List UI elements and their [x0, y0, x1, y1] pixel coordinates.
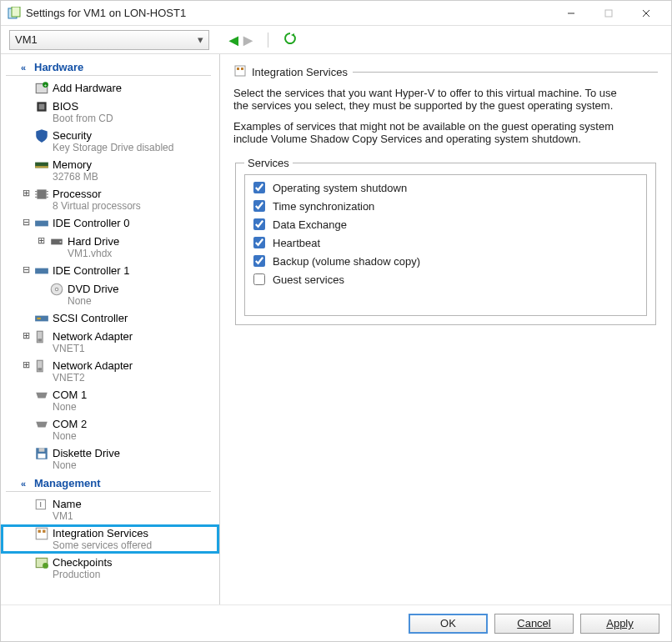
- svg-rect-13: [35, 166, 48, 168]
- serial-port-icon: [34, 418, 49, 431]
- tree-hard-drive[interactable]: ⊞ Hard DriveVM1.vhdx: [1, 233, 219, 262]
- services-legend: Services: [244, 157, 293, 169]
- service-checkbox[interactable]: [253, 182, 265, 193]
- service-checkbox[interactable]: [253, 218, 265, 230]
- add-hardware-icon: +: [34, 82, 49, 95]
- checkpoint-icon: [34, 556, 49, 569]
- tag-icon: I: [34, 498, 49, 511]
- close-button[interactable]: [627, 2, 664, 25]
- tree-add-hardware[interactable]: + Add Hardware: [1, 79, 219, 98]
- svg-point-26: [55, 288, 58, 290]
- services-icon: [34, 527, 49, 540]
- expand-icon[interactable]: ⊞: [21, 330, 31, 341]
- tree-name[interactable]: I NameVM1: [1, 495, 219, 524]
- details-panel: Integration Services Select the services…: [220, 54, 671, 604]
- disc-icon: [49, 283, 64, 296]
- toolbar-divider: [268, 33, 268, 48]
- svg-rect-38: [36, 528, 48, 539]
- panel-title-line: [353, 72, 658, 73]
- chevron-down-icon: ▾: [198, 33, 203, 46]
- tree-integration-services[interactable]: Integration ServicesSome services offere…: [1, 524, 219, 554]
- panel-description-1: Select the services that you want Hyper-…: [233, 87, 634, 112]
- cancel-button[interactable]: Cancel: [494, 614, 574, 634]
- window-title: Settings for VM1 on LON-HOST1: [26, 7, 552, 19]
- body: « Hardware + Add Hardware BIOSBoot from …: [1, 54, 671, 604]
- button-bar: OK Cancel Apply: [1, 604, 671, 641]
- service-row: Backup (volume shadow copy): [250, 252, 641, 270]
- tree-ide1[interactable]: ⊟ IDE Controller 1: [1, 262, 219, 280]
- svg-rect-32: [38, 368, 43, 370]
- cpu-icon: [34, 188, 49, 201]
- titlebar: Settings for VM1 on LON-HOST1: [1, 1, 671, 26]
- tree-com1[interactable]: COM 1None: [1, 386, 219, 415]
- panel-title: Integration Services: [252, 66, 348, 78]
- tree-network-adapter-1[interactable]: ⊞ Network AdapterVNET1: [1, 328, 219, 357]
- tree-com2[interactable]: COM 2None: [1, 415, 219, 444]
- service-label: Guest services: [273, 273, 344, 286]
- svg-text:I: I: [40, 500, 43, 509]
- service-row: Heartbeat: [250, 233, 641, 252]
- tree-security[interactable]: SecurityKey Storage Drive disabled: [1, 127, 219, 156]
- svg-rect-44: [237, 68, 239, 70]
- back-arrow-icon[interactable]: ◀: [229, 33, 238, 47]
- tree-network-adapter-2[interactable]: ⊞ Network AdapterVNET2: [1, 357, 219, 386]
- svg-rect-30: [38, 339, 43, 341]
- section-management[interactable]: « Management: [6, 475, 211, 492]
- tree-checkpoints[interactable]: CheckpointsProduction: [1, 554, 219, 583]
- expand-icon[interactable]: ⊞: [21, 188, 31, 198]
- shield-icon: [34, 129, 49, 143]
- tree-diskette[interactable]: Diskette DriveNone: [1, 444, 219, 474]
- expand-icon[interactable]: ⊞: [21, 359, 31, 370]
- settings-tree: « Hardware + Add Hardware BIOSBoot from …: [1, 54, 220, 604]
- tree-scsi[interactable]: SCSI Controller: [1, 309, 219, 328]
- service-checkbox[interactable]: [253, 255, 265, 267]
- service-row: Time synchronization: [250, 197, 641, 215]
- memory-icon: [34, 158, 49, 172]
- hdd-icon: [49, 235, 64, 248]
- service-row: Guest services: [250, 270, 641, 288]
- svg-rect-11: [39, 104, 45, 110]
- svg-rect-14: [37, 189, 46, 198]
- collapse-icon[interactable]: ⊟: [21, 264, 31, 275]
- chip-icon: [34, 100, 49, 113]
- minimize-button[interactable]: [552, 2, 589, 25]
- controller-icon: [34, 217, 49, 230]
- service-checkbox[interactable]: [253, 237, 265, 248]
- section-hardware[interactable]: « Hardware: [6, 59, 211, 76]
- svg-rect-21: [35, 221, 48, 227]
- reload-button[interactable]: [283, 32, 297, 48]
- tree-dvd[interactable]: DVD DriveNone: [1, 280, 219, 309]
- service-checkbox[interactable]: [253, 200, 265, 212]
- tree-bios[interactable]: BIOSBoot from CD: [1, 98, 219, 127]
- svg-rect-3: [605, 10, 612, 17]
- collapse-icon[interactable]: ⊟: [21, 217, 31, 228]
- service-checkbox[interactable]: [253, 273, 265, 285]
- expand-icon[interactable]: ⊞: [36, 235, 46, 246]
- service-label: Heartbeat: [273, 237, 320, 249]
- ok-button[interactable]: OK: [409, 614, 488, 634]
- services-icon: [233, 64, 247, 80]
- svg-point-23: [59, 241, 61, 243]
- service-label: Data Exchange: [273, 218, 347, 231]
- svg-rect-40: [43, 530, 45, 533]
- svg-rect-34: [39, 448, 45, 452]
- maximize-button[interactable]: [589, 2, 627, 25]
- settings-window: Settings for VM1 on LON-HOST1 VM1 ▾ ◀ ▶ …: [0, 0, 672, 642]
- svg-rect-45: [241, 68, 243, 70]
- tree-ide0[interactable]: ⊟ IDE Controller 0: [1, 214, 219, 233]
- vm-selector[interactable]: VM1 ▾: [9, 30, 209, 50]
- service-label: Time synchronization: [273, 200, 374, 213]
- tree-processor[interactable]: ⊞ Processor8 Virtual processors: [1, 185, 219, 214]
- svg-rect-43: [235, 66, 245, 76]
- vm-selector-value: VM1: [15, 33, 38, 46]
- tree-memory[interactable]: Memory32768 MB: [1, 156, 219, 185]
- window-buttons: [552, 2, 664, 25]
- services-group: Services Operating system shutdownTime s…: [235, 157, 656, 325]
- forward-arrow-icon[interactable]: ▶: [243, 33, 253, 47]
- svg-rect-28: [37, 318, 41, 319]
- nav-arrows: ◀ ▶: [229, 33, 253, 47]
- apply-button[interactable]: Apply: [580, 614, 659, 634]
- collapse-icon: «: [21, 63, 29, 73]
- service-row: Data Exchange: [250, 215, 641, 233]
- nic-icon: [34, 359, 49, 373]
